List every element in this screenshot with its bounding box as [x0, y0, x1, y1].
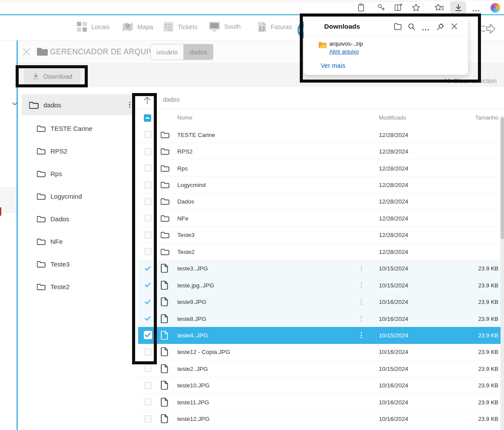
column-header-tamanho[interactable]: Tamanho: [475, 114, 498, 121]
tree-item-logycmind[interactable]: Logycmind: [37, 190, 82, 203]
row-checkbox[interactable]: [143, 330, 153, 340]
row-menu-icon[interactable]: [361, 314, 362, 323]
more-options-icon[interactable]: [473, 7, 479, 14]
row-checkbox[interactable]: [143, 364, 153, 373]
tree-item-rps2[interactable]: RPS2: [37, 144, 67, 157]
table-row[interactable]: teste4..JPG10/15/202423.9 KB: [138, 327, 504, 343]
tree-menu-icon[interactable]: [129, 100, 131, 109]
pin-icon[interactable]: [437, 23, 444, 30]
table-row[interactable]: teste.jpg..JPG10/15/202423.9 KB: [138, 277, 504, 293]
row-menu-icon[interactable]: [361, 281, 362, 289]
file-name[interactable]: NFe: [177, 215, 189, 221]
row-checkbox[interactable]: [143, 230, 153, 240]
tab-usuario[interactable]: usuário: [151, 44, 184, 60]
file-name[interactable]: teste12 - Copia.JPG: [177, 349, 230, 355]
table-row[interactable]: teste10.JPG10/16/202423.9 KB: [138, 377, 504, 394]
more-options-icon[interactable]: [422, 26, 429, 33]
table-row[interactable]: Dados12/28/2024: [138, 193, 504, 210]
download-button[interactable]: Download: [24, 69, 80, 84]
nav-item-mapa[interactable]: Mapa: [122, 21, 153, 33]
row-checkbox[interactable]: [143, 263, 153, 273]
row-checkbox[interactable]: [143, 180, 153, 190]
file-name[interactable]: teste3..JPG: [177, 265, 208, 272]
row-checkbox[interactable]: [143, 197, 153, 206]
table-row[interactable]: RPS212/28/2024: [138, 143, 504, 160]
file-name[interactable]: Logycmind: [177, 182, 206, 188]
table-row[interactable]: teste8.JPG10/16/202423.9 KB: [138, 310, 504, 327]
row-menu-icon[interactable]: [361, 264, 362, 273]
nav-item-tickets[interactable]: Tickets: [163, 21, 197, 32]
file-name[interactable]: teste9.JPG: [177, 299, 206, 305]
chevron-down-icon[interactable]: [12, 102, 17, 106]
tree-root-dados[interactable]: dados: [22, 94, 136, 115]
tab-dados[interactable]: dados: [184, 44, 213, 60]
row-checkbox[interactable]: [143, 213, 153, 223]
file-name[interactable]: teste12.JPG: [177, 416, 209, 422]
row-checkbox[interactable]: [143, 414, 153, 423]
downloads-icon[interactable]: [450, 1, 466, 14]
favorites-icon[interactable]: [434, 3, 444, 12]
row-checkbox[interactable]: [143, 163, 153, 173]
table-row[interactable]: teste11.JPG10/16/202423.9 KB: [138, 394, 504, 410]
nav-item-locais[interactable]: Locais: [76, 21, 109, 32]
key-icon[interactable]: [377, 3, 385, 11]
file-name[interactable]: teste11.JPG: [177, 399, 209, 405]
row-checkbox[interactable]: [143, 280, 153, 290]
scrollbar-thumb[interactable]: [501, 117, 504, 239]
table-row[interactable]: teste12 - Copia.JPG10/16/202423.9 KB: [138, 344, 504, 360]
file-name[interactable]: Dados: [177, 198, 194, 205]
close-icon[interactable]: [23, 48, 30, 56]
open-file-link[interactable]: Abrir arquivo: [329, 49, 359, 55]
file-name[interactable]: teste2..JPG: [177, 365, 208, 372]
workspaces-icon[interactable]: [395, 3, 403, 11]
file-name[interactable]: RPS2: [177, 148, 192, 155]
nav-item-faturas[interactable]: $ Faturas: [257, 21, 292, 33]
row-menu-icon[interactable]: [361, 331, 362, 340]
table-row[interactable]: teste3..JPG10/15/202423.9 KB: [138, 260, 504, 277]
tree-item-nfe[interactable]: NFe: [37, 235, 63, 248]
close-icon[interactable]: [451, 23, 458, 30]
row-checkbox[interactable]: [143, 380, 153, 390]
row-menu-icon[interactable]: [361, 298, 362, 306]
column-header-nome[interactable]: Nome: [177, 114, 192, 121]
star-icon[interactable]: [412, 3, 420, 11]
file-name[interactable]: teste4..JPG: [177, 332, 208, 338]
file-name[interactable]: TESTE Carine: [177, 131, 215, 138]
row-checkbox[interactable]: [143, 397, 153, 407]
column-header-modificado[interactable]: Modificado: [379, 114, 406, 121]
file-name[interactable]: teste10.JPG: [177, 382, 209, 389]
copilot-icon[interactable]: [491, 3, 500, 13]
nav-item-south[interactable]: South: [209, 21, 241, 32]
row-checkbox[interactable]: [143, 247, 153, 257]
file-name[interactable]: teste8.JPG: [177, 315, 206, 322]
table-row[interactable]: Rps12/28/2024: [138, 160, 504, 177]
clipboard-icon[interactable]: [357, 3, 365, 12]
row-checkbox[interactable]: [143, 130, 153, 140]
row-checkbox[interactable]: [143, 347, 153, 357]
search-icon[interactable]: [408, 23, 415, 30]
select-all-checkbox[interactable]: [144, 114, 151, 122]
tree-item-dados[interactable]: Dados: [37, 212, 69, 225]
table-row[interactable]: teste12.JPG10/16/202423.9 KB: [138, 410, 504, 427]
row-checkbox[interactable]: [143, 314, 153, 323]
open-downloads-folder-icon[interactable]: [394, 23, 402, 30]
file-name[interactable]: Rps: [177, 165, 188, 171]
table-row[interactable]: teste9.JPG10/16/202423.9 KB: [138, 293, 504, 310]
table-row[interactable]: TESTE Carine12/28/2024: [138, 127, 504, 143]
file-name[interactable]: teste.jpg..JPG: [177, 282, 214, 288]
tree-item-teste2[interactable]: Teste2: [37, 280, 70, 293]
tree-item-rps[interactable]: Rps: [37, 167, 62, 180]
scrollbar[interactable]: [501, 116, 504, 430]
table-row[interactable]: Teste312/28/2024: [138, 227, 504, 243]
tree-item-teste-carine[interactable]: TESTE Carine: [37, 122, 93, 135]
file-name[interactable]: Teste3: [177, 232, 195, 238]
table-row[interactable]: Logycmind12/28/2024: [138, 177, 504, 193]
exit-arrow-icon[interactable]: [481, 22, 496, 36]
tree-item-teste3[interactable]: Teste3: [37, 257, 70, 270]
clear-selection-button[interactable]: Clear selection: [444, 77, 497, 84]
table-row[interactable]: NFe12/28/2024: [138, 210, 504, 227]
see-more-link[interactable]: Ver mais: [321, 62, 345, 69]
up-arrow-icon[interactable]: [142, 95, 153, 106]
table-row[interactable]: Teste212/28/2024: [138, 243, 504, 260]
downloaded-file-name[interactable]: arquivos-..zip: [329, 40, 363, 47]
